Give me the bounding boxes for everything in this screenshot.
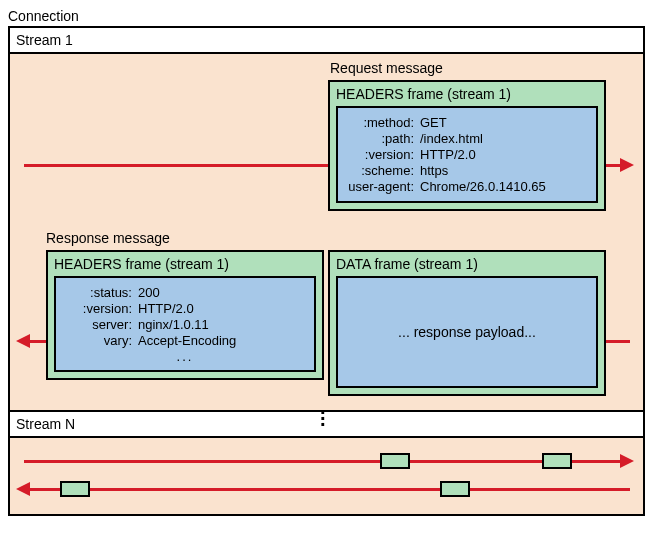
header-value: /index.html (420, 131, 483, 146)
request-arrow-line-right (606, 164, 620, 167)
response-message-label: Response message (46, 230, 170, 246)
response-data-frame: DATA frame (stream 1) ... response paylo… (328, 250, 606, 396)
header-value: GET (420, 115, 447, 130)
header-key: vary: (64, 333, 138, 348)
mini-frame (440, 481, 470, 497)
header-row: user-agent:Chrome/26.0.1410.65 (346, 179, 588, 194)
stream-1-header: Stream 1 (10, 28, 643, 54)
header-row: :scheme:https (346, 163, 588, 178)
header-row: :status:200 (64, 285, 306, 300)
header-key: :scheme: (346, 163, 420, 178)
header-key: :version: (346, 147, 420, 162)
response-arrow-line-b (606, 340, 630, 343)
response-data-frame-title: DATA frame (stream 1) (336, 256, 598, 272)
header-value: HTTP/2.0 (420, 147, 476, 162)
response-data-frame-inner: ... response payload... (336, 276, 598, 388)
header-row: :method:GET (346, 115, 588, 130)
stream-n-arrow-left-head (16, 482, 30, 496)
header-key: :version: (64, 301, 138, 316)
mini-frame (60, 481, 90, 497)
header-key: user-agent: (346, 179, 420, 194)
response-headers-ellipsis: ... (64, 349, 306, 364)
response-headers-frame-inner: :status:200:version:HTTP/2.0server:nginx… (54, 276, 316, 372)
connection-box: Stream 1 Request message HEADERS frame (… (8, 26, 645, 516)
mini-frame (542, 453, 572, 469)
stream-n-header: Stream N ... (10, 412, 643, 438)
request-headers-frame-inner: :method:GET:path:/index.html:version:HTT… (336, 106, 598, 203)
header-row: vary:Accept-Encoding (64, 333, 306, 348)
response-arrow-line-a (30, 340, 46, 343)
header-value: Accept-Encoding (138, 333, 236, 348)
connection-title: Connection (8, 8, 646, 24)
response-data-body: ... response payload... (398, 324, 536, 340)
request-headers-frame-title: HEADERS frame (stream 1) (336, 86, 598, 102)
mini-frame (380, 453, 410, 469)
header-value: HTTP/2.0 (138, 301, 194, 316)
request-headers-frame: HEADERS frame (stream 1) :method:GET:pat… (328, 80, 606, 211)
stream-n-arrow-right-head (620, 454, 634, 468)
stream-n-arrow-right (24, 460, 620, 463)
request-arrow-head (620, 158, 634, 172)
header-value: nginx/1.0.11 (138, 317, 209, 332)
vertical-dots-icon: ... (320, 404, 326, 422)
header-key: :method: (346, 115, 420, 130)
header-row: server:nginx/1.0.11 (64, 317, 306, 332)
header-row: :version:HTTP/2.0 (346, 147, 588, 162)
header-key: :path: (346, 131, 420, 146)
response-headers-frame-title: HEADERS frame (stream 1) (54, 256, 316, 272)
header-value: 200 (138, 285, 160, 300)
stream-n-arrow-left (30, 488, 630, 491)
response-headers-frame: HEADERS frame (stream 1) :status:200:ver… (46, 250, 324, 380)
header-key: :status: (64, 285, 138, 300)
header-row: :version:HTTP/2.0 (64, 301, 306, 316)
header-key: server: (64, 317, 138, 332)
header-value: Chrome/26.0.1410.65 (420, 179, 546, 194)
header-row: :path:/index.html (346, 131, 588, 146)
response-arrow-head (16, 334, 30, 348)
header-value: https (420, 163, 448, 178)
stream-1-body: Request message HEADERS frame (stream 1)… (10, 54, 643, 412)
stream-n-body (10, 438, 643, 514)
request-arrow-line (24, 164, 328, 167)
request-message-label: Request message (330, 60, 443, 76)
